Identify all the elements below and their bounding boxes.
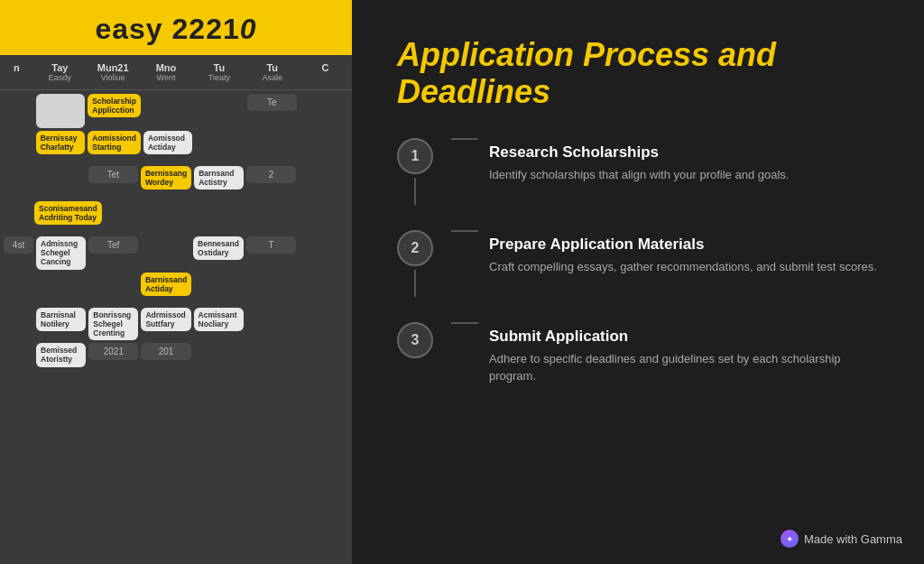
step-1-left: 1	[397, 138, 433, 205]
step-1-title: Research Scholarships	[489, 143, 879, 162]
event-sconisamesand: SconisamesandAcdriting Today	[34, 201, 102, 225]
cell-r8-c4: 201	[141, 343, 190, 360]
step-3: 3 Submit Application Adhere to specific …	[397, 322, 879, 385]
gamma-icon: ✦	[781, 530, 799, 548]
col-head-mun: Mun21 Violiue	[87, 60, 140, 84]
step-3-content: Submit Application Adhere to specific de…	[489, 322, 879, 385]
event-aomissiond: AomissiondStarting	[88, 131, 141, 154]
cal-row-5: 4st Admissng SchegelCancing Tef Bennesan…	[4, 236, 348, 270]
col-head-tu1: Tu Tieaty	[192, 60, 245, 84]
event-bennesand: BennesandOstidary	[193, 236, 244, 260]
cal-row-8: BemissedAtoristty 2021 201	[4, 343, 348, 375]
col-head-c: C	[299, 60, 352, 84]
cal-row-3: Tet BernissangWordey BarnsandActistry 2	[4, 166, 348, 199]
col-head-mno: Mno Went	[140, 60, 193, 84]
cell-r7-c2: BarnisnalNotilery	[36, 308, 86, 331]
main-title: Application Process andDeadlines	[397, 36, 879, 111]
made-with-label: Made with Gamma	[804, 532, 902, 546]
event-bernissang: BernissangWordey	[141, 166, 191, 190]
label-te: Te	[247, 94, 297, 111]
event-adrmissod: AdrmissodSuttfary	[141, 308, 190, 331]
cell-r1-c2	[36, 94, 86, 128]
cal-row-7: BarnisnalNotilery Bonrissng SchegelCrent…	[4, 308, 348, 341]
event-barnsand: BarnsandActistry	[194, 166, 244, 190]
cell-r7-c4: AdrmissodSuttfary	[141, 308, 190, 331]
cell-r1-c6: Te	[247, 94, 297, 111]
step-1-line	[414, 178, 416, 205]
event-admissng: Admissng SchegelCancing	[36, 236, 86, 270]
event-barnisnal: BarnisnalNotilery	[36, 308, 86, 331]
cell-r6-c4: BarnissandActiday	[141, 273, 191, 296]
step-1-desc: Identify scholarships that align with yo…	[489, 166, 879, 184]
step-3-desc: Adhere to specific deadlines and guideli…	[489, 350, 879, 385]
label-2: 2	[246, 166, 296, 183]
cell-r2-c3: AomissiondStarting	[88, 131, 141, 154]
step-3-left: 3	[397, 322, 433, 358]
step-2-left: 2	[397, 230, 433, 297]
cell-r3-c5: BarnsandActistry	[194, 166, 244, 190]
cell-r3-c3: Tet	[88, 166, 138, 183]
step-2-circle: 2	[397, 230, 433, 266]
event-bernissay: BernissayCharlatty	[36, 131, 86, 154]
event-aomissod: AomissodActiday	[143, 131, 193, 154]
cal-row-2: BernissayCharlatty AomissiondStarting Ao…	[4, 131, 348, 163]
step-2: 2 Prepare Application Materials Craft co…	[397, 230, 879, 297]
cell-r5-c2: Admissng SchegelCancing	[36, 236, 86, 270]
step-2-line	[414, 270, 416, 297]
step-1-circle: 1	[397, 138, 433, 174]
col-head-tu2: Tu Asale	[245, 60, 299, 84]
step-3-circle: 3	[397, 322, 433, 358]
cell-r1-c3: ScholarshipApplicction	[88, 94, 141, 117]
label-tef: Tef	[88, 236, 138, 254]
top-bar: easy 22210	[0, 0, 352, 55]
label-t: T	[246, 236, 296, 254]
label-4st: 4st	[4, 236, 33, 254]
calendar-header: n Tay Easdy Mun21 Violiue Mno Went Tu Ti…	[0, 55, 352, 90]
cal-row-6: BarnissandActiday	[4, 273, 348, 305]
cell-r7-c5: AcmissantNocliary	[194, 308, 244, 331]
label-201: 201	[141, 343, 190, 360]
step-3-title: Submit Application	[489, 328, 879, 346]
label-2021: 2021	[88, 343, 138, 360]
step-1-connector	[451, 138, 478, 140]
cell-r2-c4: AomissodActiday	[143, 131, 193, 154]
cell-r3-c6: 2	[246, 166, 296, 183]
event-acmissant: AcmissantNocliary	[194, 308, 244, 331]
cell-r8-c2: BemissedAtoristty	[36, 343, 86, 366]
step-1: 1 Research Scholarships Identify scholar…	[397, 138, 879, 205]
cal-row-4: SconisamesandAcdriting Today	[4, 201, 348, 234]
right-panel: Application Process andDeadlines 1 Resea…	[352, 0, 924, 564]
cell-r5-c3: Tef	[88, 236, 138, 254]
cell-r5-c1: 4st	[4, 236, 33, 254]
calendar-body: ScholarshipApplicction Te BernissayCharl…	[0, 90, 352, 564]
step-2-content: Prepare Application Materials Craft comp…	[489, 230, 879, 276]
event-bonrissng: Bonrissng SchegelCrenting	[88, 308, 138, 341]
cell-r4-c2: SconisamesandAcdriting Today	[34, 201, 102, 225]
step-3-connector	[451, 322, 478, 324]
label-tet: Tet	[88, 166, 138, 183]
made-with-gamma-badge: ✦ Made with Gamma	[781, 530, 902, 548]
steps-container: 1 Research Scholarships Identify scholar…	[397, 138, 879, 411]
col-head-n: n	[0, 60, 33, 84]
app-title: easy 22210	[95, 13, 256, 46]
step-1-content: Research Scholarships Identify scholarsh…	[489, 138, 879, 184]
cell-r5-c6: T	[246, 236, 296, 254]
event-scholarship: ScholarshipApplicction	[88, 94, 141, 117]
cell-r3-c4: BernissangWordey	[141, 166, 191, 190]
cell-r5-c5: BennesandOstidary	[193, 236, 244, 260]
step-2-desc: Craft compelling essays, gather recommen…	[489, 258, 879, 276]
col-head-tay: Tay Easdy	[33, 60, 87, 84]
event-bemissed: BemissedAtoristty	[36, 343, 86, 366]
cell-r8-c3: 2021	[88, 343, 138, 360]
left-panel: easy 22210 n Tay Easdy Mun21 Violiue Mno…	[0, 0, 352, 564]
cal-row-1: ScholarshipApplicction Te	[4, 94, 348, 128]
event-barnissand: BarnissandActiday	[141, 273, 191, 296]
cell-r7-c3: Bonrissng SchegelCrenting	[88, 308, 138, 341]
step-2-connector	[451, 230, 478, 232]
cell-r2-c2: BernissayCharlatty	[36, 131, 86, 154]
step-2-title: Prepare Application Materials	[489, 236, 879, 254]
